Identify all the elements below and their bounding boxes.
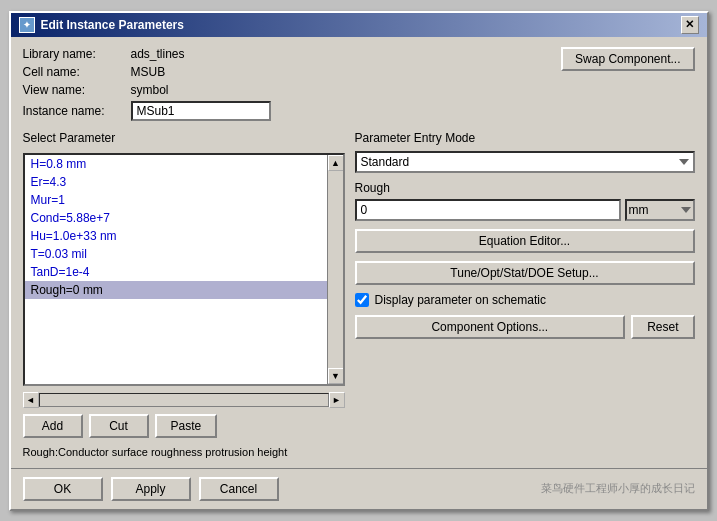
view-value: symbol [131,83,169,97]
cell-label: Cell name: [23,65,123,79]
dialog-title: Edit Instance Parameters [41,18,184,32]
status-text: Rough:Conductor surface roughness protru… [23,446,695,458]
scroll-up-arrow[interactable]: ▲ [328,155,344,171]
entry-mode-select[interactable]: Standard Advanced [355,151,695,173]
paste-button[interactable]: Paste [155,414,218,438]
entry-mode-section: Parameter Entry Mode Standard Advanced [355,131,695,173]
rough-input-row: mm mil um nm [355,199,695,221]
cell-row: Cell name: MSUB [23,65,271,79]
rough-value-input[interactable] [355,199,621,221]
reset-button[interactable]: Reset [631,315,694,339]
horizontal-scrollbar[interactable] [39,393,329,407]
view-label: View name: [23,83,123,97]
list-item[interactable]: Mur=1 [25,191,327,209]
rough-label: Rough [355,181,695,195]
display-param-label: Display parameter on schematic [375,293,546,307]
library-row: Library name: ads_tlines [23,47,271,61]
swap-component-button[interactable]: Swap Component... [561,47,694,71]
dialog-body: Library name: ads_tlines Cell name: MSUB… [11,37,707,468]
display-param-checkbox[interactable] [355,293,369,307]
left-panel: Select Parameter H=0.8 mm Er=4.3 Mur=1 C… [23,131,345,438]
close-button[interactable]: ✕ [681,16,699,34]
list-action-buttons: Add Cut Paste [23,414,345,438]
list-item[interactable]: H=0.8 mm [25,155,327,173]
entry-mode-label: Parameter Entry Mode [355,131,695,145]
scroll-right-arrow[interactable]: ► [329,392,345,408]
list-item[interactable]: Cond=5.88e+7 [25,209,327,227]
scroll-down-arrow[interactable]: ▼ [328,368,344,384]
title-bar: ✦ Edit Instance Parameters ✕ [11,13,707,37]
cut-button[interactable]: Cut [89,414,149,438]
param-list-container: H=0.8 mm Er=4.3 Mur=1 Cond=5.88e+7 Hu=1.… [25,155,327,384]
instance-name-row: Instance name: [23,101,271,121]
library-value: ads_tlines [131,47,185,61]
rough-unit-select[interactable]: mm mil um nm [625,199,695,221]
dialog-icon: ✦ [19,17,35,33]
instance-label: Instance name: [23,104,123,118]
list-item[interactable]: Er=4.3 [25,173,327,191]
rough-section: Rough mm mil um nm [355,181,695,221]
horizontal-scroll-area: ◄ ► [23,392,345,408]
view-row: View name: symbol [23,83,271,97]
apply-button[interactable]: Apply [111,477,191,501]
cancel-button[interactable]: Cancel [199,477,279,501]
param-list: H=0.8 mm Er=4.3 Mur=1 Cond=5.88e+7 Hu=1.… [25,155,327,299]
edit-instance-dialog: ✦ Edit Instance Parameters ✕ Library nam… [9,11,709,511]
list-item[interactable]: Hu=1.0e+33 nm [25,227,327,245]
cell-value: MSUB [131,65,166,79]
equation-editor-button[interactable]: Equation Editor... [355,229,695,253]
list-item[interactable]: TanD=1e-4 [25,263,327,281]
scroll-left-arrow[interactable]: ◄ [23,392,39,408]
ok-button[interactable]: OK [23,477,103,501]
list-item[interactable]: T=0.03 mil [25,245,327,263]
add-button[interactable]: Add [23,414,83,438]
library-label: Library name: [23,47,123,61]
component-options-button[interactable]: Component Options... [355,315,626,339]
component-options-row: Component Options... Reset [355,315,695,339]
select-param-title: Select Parameter [23,131,345,145]
bottom-bar: OK Apply Cancel 菜鸟硬件工程师小厚的成长日记 [11,468,707,509]
vertical-scrollbar[interactable]: ▲ ▼ [327,155,343,384]
display-param-row: Display parameter on schematic [355,293,695,307]
instance-name-input[interactable] [131,101,271,121]
right-panel: Parameter Entry Mode Standard Advanced R… [355,131,695,438]
watermark: 菜鸟硬件工程师小厚的成长日记 [287,481,695,496]
main-panels: Select Parameter H=0.8 mm Er=4.3 Mur=1 C… [23,131,695,438]
list-item[interactable]: Rough=0 mm [25,281,327,299]
info-fields: Library name: ads_tlines Cell name: MSUB… [23,47,271,121]
tune-setup-button[interactable]: Tune/Opt/Stat/DOE Setup... [355,261,695,285]
